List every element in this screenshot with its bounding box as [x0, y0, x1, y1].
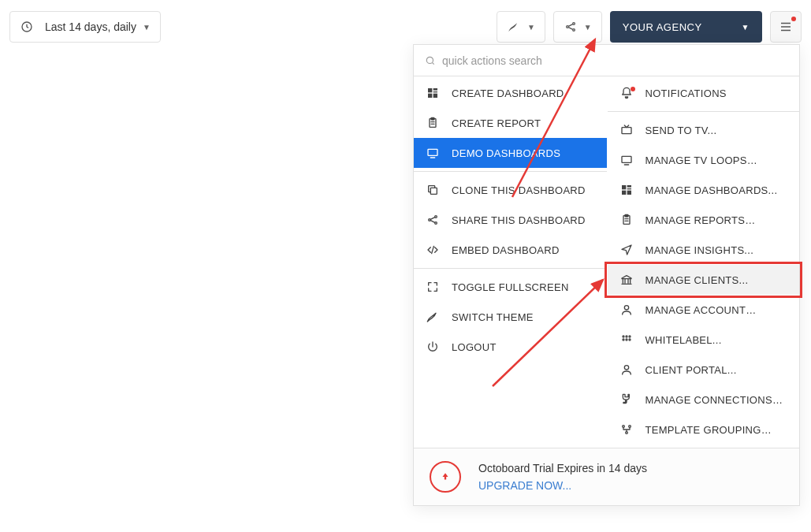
copy-icon: [425, 182, 441, 198]
svg-rect-21: [627, 188, 631, 189]
account-icon: [619, 362, 634, 378]
menu-item-share-this-dashboard[interactable]: SHARE THIS DASHBOARD: [414, 205, 607, 235]
quick-actions-search-input[interactable]: [436, 54, 788, 67]
search-icon: [425, 55, 436, 66]
menu-item-manage-reports[interactable]: MANAGE REPORTS…: [608, 205, 800, 235]
menu-item-label: EMBED DASHBOARD: [452, 244, 560, 256]
menu-item-label: MANAGE ACCOUNT…: [645, 304, 757, 316]
menu-item-label: CREATE REPORT: [452, 117, 541, 129]
menu-item-label: DEMO DASHBOARDS: [452, 147, 560, 159]
svg-rect-20: [627, 185, 631, 188]
menu-item-label: TEMPLATE GROUPING…: [645, 424, 772, 436]
svg-rect-19: [622, 185, 626, 189]
menu-item-label: LOGOUT: [452, 341, 497, 353]
share-dropdown-button[interactable]: ▼: [553, 11, 602, 43]
svg-point-27: [623, 336, 624, 337]
svg-rect-5: [428, 88, 432, 92]
menu-item-embed-dashboard[interactable]: EMBED DASHBOARD: [414, 235, 607, 265]
svg-rect-7: [433, 91, 437, 92]
caret-down-icon: ▼: [527, 23, 535, 32]
menu-item-label: CLIENT PORTAL...: [645, 364, 737, 376]
upgrade-icon: [430, 461, 461, 493]
svg-rect-9: [433, 94, 437, 98]
theme-dropdown-button[interactable]: ▼: [497, 11, 545, 43]
menu-item-label: SEND TO TV...: [645, 125, 717, 136]
menu-item-send-to-tv[interactable]: SEND TO TV...: [608, 115, 800, 145]
monitor-icon: [619, 152, 634, 168]
menu-item-demo-dashboards[interactable]: DEMO DASHBOARDS: [414, 138, 607, 168]
svg-rect-25: [625, 214, 628, 217]
svg-point-26: [624, 306, 628, 310]
svg-rect-18: [622, 156, 631, 162]
notification-dot: [791, 17, 796, 21]
date-range-button[interactable]: Last 14 days, daily ▼: [9, 11, 161, 43]
menu-item-switch-theme[interactable]: SWITCH THEME: [414, 302, 607, 332]
menu-item-label: SHARE THIS DASHBOARD: [452, 214, 586, 226]
share-icon: [425, 212, 441, 228]
menu-item-logout[interactable]: LOGOUT: [414, 332, 607, 362]
svg-rect-22: [622, 191, 626, 195]
main-menu-button[interactable]: [770, 11, 802, 43]
theme-icon: [425, 309, 441, 325]
menu-item-manage-dashboards[interactable]: MANAGE DASHBOARDS...: [608, 175, 800, 205]
menu-item-template-grouping[interactable]: TEMPLATE GROUPING…: [608, 415, 800, 445]
svg-point-3: [572, 29, 575, 32]
menu-separator: [608, 111, 800, 112]
menu-item-notifications[interactable]: NOTIFICATIONS: [608, 78, 800, 108]
grid-icon: [619, 332, 634, 348]
menu-item-label: MANAGE CONNECTIONS…: [645, 394, 783, 406]
menu-item-client-portal[interactable]: CLIENT PORTAL...: [608, 355, 800, 385]
svg-rect-11: [431, 117, 434, 120]
theme-icon: [507, 20, 521, 34]
svg-rect-17: [622, 128, 631, 134]
menu-item-manage-connections[interactable]: MANAGE CONNECTIONS…: [608, 385, 800, 415]
clipboard-icon: [425, 115, 441, 131]
menu-item-label: MANAGE CLIENTS...: [645, 274, 749, 286]
svg-rect-6: [433, 88, 437, 91]
dashboard-icon: [619, 182, 634, 198]
svg-point-29: [629, 336, 631, 337]
menu-item-label: NOTIFICATIONS: [645, 87, 727, 99]
svg-point-30: [623, 339, 624, 340]
menu-item-label: CLONE THIS DASHBOARD: [452, 184, 586, 196]
menu-item-create-dashboard[interactable]: CREATE DASHBOARD: [414, 78, 607, 108]
menu-item-manage-insights[interactable]: MANAGE INSIGHTS...: [608, 235, 800, 265]
trial-footer: Octoboard Trial Expires in 14 days UPGRA…: [414, 448, 799, 505]
send-icon: [619, 242, 634, 258]
power-icon: [425, 339, 441, 355]
svg-point-33: [624, 366, 628, 370]
menu-separator: [414, 268, 607, 269]
account-icon: [619, 302, 634, 318]
menu-item-create-report[interactable]: CREATE REPORT: [414, 108, 607, 138]
menu-item-toggle-fullscreen[interactable]: TOGGLE FULLSCREEN: [414, 272, 607, 302]
plug-icon: [619, 392, 634, 407]
caret-down-icon: ▼: [143, 23, 151, 32]
clipboard-icon: [619, 212, 634, 228]
fullscreen-icon: [425, 279, 441, 295]
menu-item-manage-tv-loops[interactable]: MANAGE TV LOOPS…: [608, 145, 800, 175]
svg-point-28: [626, 336, 627, 337]
quick-actions-search-row: [414, 45, 799, 76]
menu-item-label: MANAGE REPORTS…: [645, 214, 756, 226]
share-icon: [564, 20, 578, 34]
svg-point-1: [566, 26, 568, 28]
trial-expiry-text: Octoboard Trial Expires in 14 days: [478, 462, 647, 474]
menu-left-column: CREATE DASHBOARDCREATE REPORTDEMO DASHBO…: [414, 76, 607, 445]
menu-item-clone-this-dashboard[interactable]: CLONE THIS DASHBOARD: [414, 175, 607, 205]
menu-item-label: TOGGLE FULLSCREEN: [452, 281, 569, 293]
screen-icon: [425, 145, 441, 161]
menu-item-manage-clients[interactable]: MANAGE CLIENTS...: [608, 265, 800, 295]
menu-item-manage-account[interactable]: MANAGE ACCOUNT…: [608, 295, 800, 325]
menu-item-whitelabel[interactable]: WHITELABEL...: [608, 325, 800, 355]
menu-item-label: SWITCH THEME: [452, 311, 534, 323]
code-icon: [425, 242, 441, 258]
menu-item-label: CREATE DASHBOARD: [452, 87, 564, 99]
svg-rect-12: [428, 149, 437, 155]
caret-down-icon: ▼: [742, 23, 750, 32]
menu-separator: [414, 171, 607, 172]
menu-right-column: NOTIFICATIONSSEND TO TV...MANAGE TV LOOP…: [607, 76, 800, 445]
upgrade-now-link[interactable]: UPGRADE NOW...: [478, 479, 647, 492]
agency-dropdown-button[interactable]: YOUR AGENCY ▼: [610, 11, 762, 43]
menu-item-label: MANAGE TV LOOPS…: [645, 154, 758, 166]
menu-item-label: WHITELABEL...: [645, 334, 722, 346]
